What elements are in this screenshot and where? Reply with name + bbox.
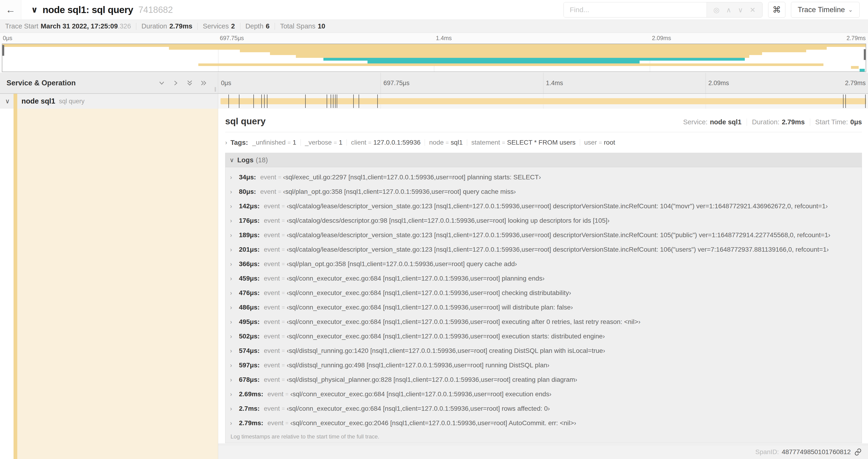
log-row[interactable]: ›201μs:event=‹sql/catalog/lease/descript… [225,242,862,257]
log-field-name: event [268,419,283,427]
minimap-span-bar [169,47,827,50]
equals-sign: = [282,362,285,368]
page-title: node sql1: sql query [42,4,133,15]
log-field-value: ‹sql/conn_executor_exec.go:684 [nsql1,cl… [287,333,605,340]
trace-collapse-icon[interactable]: ∨ [31,5,38,15]
equals-sign: = [446,139,449,146]
deep-link-icon[interactable] [854,448,862,456]
log-marker-tick [353,94,354,108]
minimap-graph[interactable] [2,44,866,72]
jaeger-trace-view: ← ∨ node sql1: sql query 7418682 ◎ ∧ ∨ ✕… [0,0,868,459]
log-field-value: ‹sql/catalog/descs/descriptor.go:98 [nsq… [287,217,610,224]
log-row[interactable]: ›678μs:event=‹sql/distsql_physical_plann… [225,372,862,387]
equals-sign: = [502,139,505,146]
tag-key: _unfinished [252,139,286,146]
minimap-tick-label: 2.09ms [652,35,671,41]
minimap-right-drag-handle[interactable] [864,49,866,60]
equals-sign: = [278,174,281,181]
log-field-name: event [264,318,280,326]
match-highlight-icon[interactable]: ◎ [713,6,719,14]
trace-stat: Trace StartMarch 31 2022, 17:25:09.326 [5,22,131,30]
next-match-icon[interactable]: ∨ [738,6,743,14]
log-row[interactable]: ›189μs:event=‹sql/catalog/lease/descript… [225,228,862,242]
span-row-timeline[interactable] [218,94,868,109]
span-row-name-column: ∨ node sql1 sql query [0,94,218,109]
span-row[interactable]: ∨ node sql1 sql query [0,94,868,109]
tag-item: _unfinished=1 [252,139,296,146]
log-row[interactable]: ›2.69ms:event=‹sql/conn_executor_exec.go… [225,387,862,401]
log-row[interactable]: ›574μs:event=‹sql/distsql_running.go:142… [225,343,862,358]
stat-value: 6 [266,22,270,30]
minimap-span-bar [323,58,745,61]
timeline-gridline [706,73,706,93]
log-row[interactable]: ›142μs:event=‹sql/catalog/lease/descript… [225,199,862,214]
expand-one-icon[interactable] [172,79,179,87]
back-arrow-icon: ← [6,4,16,15]
logs-header[interactable]: ∨ Logs (18) [225,153,862,167]
timeline-tick-label: 0μs [221,79,231,87]
span-service-name: node sql1 [22,97,55,105]
stat-suffix: .326 [118,22,131,30]
log-row[interactable]: ›502μs:event=‹sql/conn_executor_exec.go:… [225,329,862,343]
log-row[interactable]: ›366μs:event=‹sql/plan_opt.go:358 [nsql1… [225,257,862,271]
chevron-right-icon: › [230,391,237,398]
timeline-ruler: 0μs697.75μs1.4ms2.09ms2.79ms [218,73,868,93]
find-input[interactable] [564,2,707,17]
back-button[interactable]: ← [0,0,21,20]
keyboard-shortcuts-button[interactable]: ⌘ [768,2,785,18]
prev-match-icon[interactable]: ∧ [726,6,731,14]
log-row[interactable]: ›597μs:event=‹sql/distsql_running.go:498… [225,358,862,372]
divider [275,23,275,30]
chevron-down-icon: ∨ [229,157,234,164]
tag-value: 127.0.0.1:59936 [373,139,421,146]
stat-value: 10 [318,22,325,30]
span-collapse-icon[interactable]: ∨ [5,97,13,105]
log-row[interactable]: ›486μs:event=‹sql/conn_executor_exec.go:… [225,300,862,315]
log-row[interactable]: ›176μs:event=‹sql/catalog/descs/descript… [225,214,862,228]
log-marker-tick [845,94,846,108]
trace-view-label: Trace Timeline [798,6,845,14]
log-row[interactable]: ›495μs:event=‹sql/conn_executor_exec.go:… [225,315,862,329]
tag-key: node [429,139,443,146]
log-row[interactable]: ›476μs:event=‹sql/conn_executor_exec.go:… [225,286,862,300]
stat-label: Services [203,22,229,30]
chevron-right-icon: › [225,139,227,146]
collapse-all-icon[interactable] [186,79,193,87]
equals-sign: = [282,348,285,354]
log-row[interactable]: ›80μs:event=‹sql/plan_opt.go:358 [nsql1,… [225,185,862,199]
chevron-right-icon: › [230,174,237,181]
collapse-one-icon[interactable] [158,79,165,87]
log-row[interactable]: ›2.7ms:event=‹sql/conn_executor_exec.go:… [225,401,862,416]
log-field-value: ‹sql/conn_executor_exec.go:684 [nsql1,cl… [287,405,550,412]
column-resizer-grip[interactable]: ∥ [214,86,217,92]
equals-sign: = [334,139,337,146]
trace-view-selector[interactable]: Trace Timeline ⌄ [791,2,860,18]
selected-row-highlight [17,109,218,459]
log-timestamp: 366μs: [239,260,260,268]
equals-sign: = [282,275,285,282]
find-group: ◎ ∧ ∨ ✕ [563,2,763,18]
log-row[interactable]: ›2.79ms:event=‹sql/conn_executor_exec.go… [225,416,862,430]
overview-value: node sql1 [710,118,741,126]
tags-row[interactable]: › Tags: _unfinished=1_verbose=1client=12… [225,137,862,147]
equals-sign: = [285,420,288,426]
log-marker-tick [264,94,265,108]
divider [346,139,347,146]
chevron-right-icon: › [230,420,237,427]
log-field-name: event [264,217,280,224]
equals-sign: = [282,304,285,311]
log-field-value: ‹sql/exec_util.go:2297 [nsql1,client=127… [283,173,541,181]
span-id-value: 4877749850101760812 [782,448,851,456]
minimap-left-drag-handle[interactable] [2,45,4,56]
clear-find-icon[interactable]: ✕ [750,6,755,14]
divider [747,119,747,126]
log-marker-tick [331,94,331,108]
log-row[interactable]: ›459μs:event=‹sql/conn_executor_exec.go:… [225,271,862,286]
expand-all-icon[interactable] [200,79,207,87]
log-field-value: ‹sql/catalog/lease/descriptor_version_st… [287,246,829,253]
log-timestamp: 176μs: [239,217,260,224]
log-row[interactable]: ›34μs:event=‹sql/exec_util.go:2297 [nsql… [225,170,862,185]
chevron-right-icon: › [230,189,237,195]
equals-sign: = [282,247,285,253]
trace-stat: Services2 [203,22,235,30]
